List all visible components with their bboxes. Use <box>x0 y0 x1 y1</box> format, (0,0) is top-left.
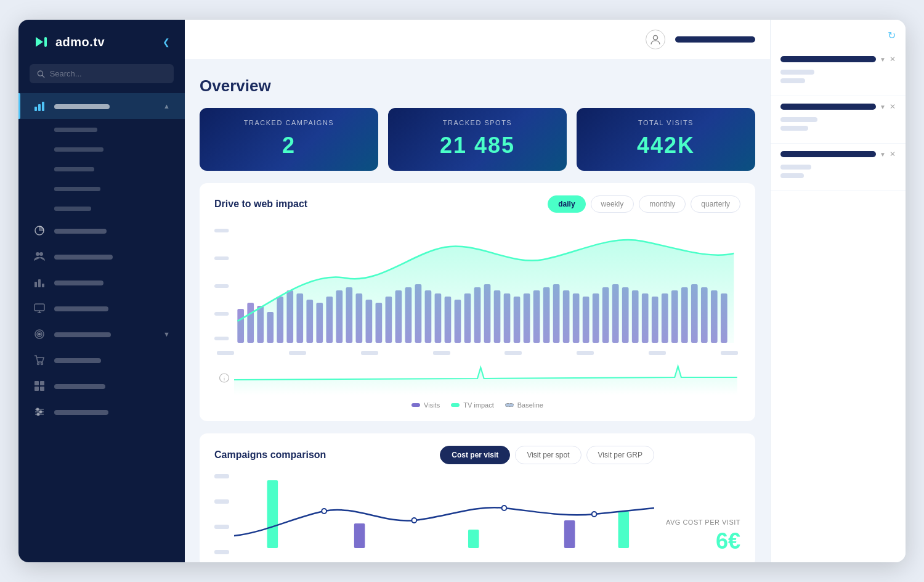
filter-close-3[interactable]: ✕ <box>890 150 896 158</box>
svg-point-18 <box>39 334 41 335</box>
filter-close-2[interactable]: ✕ <box>890 102 896 111</box>
legend-baseline: Baseline <box>505 401 543 409</box>
x-label-7 <box>649 351 666 355</box>
nav-label-bar-settings <box>54 410 108 415</box>
mini-chart-svg: i <box>214 361 740 395</box>
chart-bar-icon <box>33 100 46 112</box>
sub-menu <box>18 119 185 218</box>
nav-chevron-icon: ▲ <box>163 102 170 110</box>
kpi-label-spots: TRACKED SPOTS <box>443 119 512 126</box>
y-bar-2 <box>214 499 229 504</box>
filter-header-3: ▼ ✕ <box>780 150 896 158</box>
target-icon <box>33 328 46 340</box>
svg-text:i: i <box>224 375 225 382</box>
nav-label-bar-analytics <box>54 229 107 234</box>
svg-point-28 <box>36 408 39 411</box>
nav-label-target <box>54 330 155 339</box>
nav-label-bar-cart <box>54 358 101 363</box>
filter-chevron-1[interactable]: ▼ <box>880 56 886 63</box>
tab-monthly[interactable]: monthly <box>639 195 686 213</box>
logo-chevron-icon[interactable]: ❮ <box>163 37 170 47</box>
svg-rect-36 <box>214 337 229 340</box>
x-label-8 <box>721 351 738 355</box>
sub-item-2[interactable] <box>54 139 185 158</box>
filter-close-1[interactable]: ✕ <box>890 55 896 64</box>
legend-tv-impact-label: TV impact <box>463 401 494 409</box>
comparison-btn-group: Cost per visit Visit per spot Visit per … <box>440 446 654 464</box>
filter-sub-3a <box>780 165 811 170</box>
svg-rect-32 <box>214 229 229 232</box>
filter-header-1: ▼ ✕ <box>780 55 896 64</box>
tab-quarterly[interactable]: quarterly <box>691 195 740 213</box>
sidebar-item-dashboard[interactable]: ▲ <box>18 93 185 119</box>
svg-line-3 <box>43 75 44 77</box>
campaigns-comparison-title: Campaigns comparison <box>214 449 326 461</box>
filter-chevron-2[interactable]: ▼ <box>880 104 886 110</box>
search-input[interactable] <box>50 69 166 78</box>
user-avatar[interactable] <box>646 30 665 49</box>
campaigns-comparison-panel: Campaigns comparison Cost per visit Visi… <box>200 433 755 562</box>
svg-rect-24 <box>40 387 44 391</box>
sub-item-3[interactable] <box>54 158 185 178</box>
svg-rect-1 <box>44 37 47 47</box>
bar-chart-icon <box>33 276 46 289</box>
filter-sub-1b <box>780 78 805 83</box>
tab-daily[interactable]: daily <box>548 195 585 213</box>
btn-cost-per-visit[interactable]: Cost per visit <box>440 446 510 464</box>
sub-bar-2 <box>54 147 103 152</box>
svg-rect-22 <box>40 381 44 385</box>
svg-point-8 <box>36 252 39 256</box>
sidebar-item-audience[interactable] <box>18 244 185 269</box>
chart-header: Drive to web impact daily weekly monthly… <box>214 195 740 213</box>
main-chart-svg <box>214 223 740 346</box>
svg-point-29 <box>39 411 42 413</box>
y-bar-3 <box>214 525 229 529</box>
nav-label-bar-grid <box>54 384 105 389</box>
avg-cost-value: 6€ <box>716 528 740 554</box>
filter-group-3: ▼ ✕ <box>771 144 906 191</box>
sidebar-item-settings[interactable] <box>18 399 185 425</box>
sub-item-1[interactable] <box>54 119 185 139</box>
svg-rect-12 <box>42 284 44 287</box>
svg-rect-89 <box>267 480 278 548</box>
legend-tv-impact: TV impact <box>451 401 494 409</box>
kpi-card-spots: TRACKED SPOTS 21 485 <box>388 108 567 171</box>
svg-point-97 <box>592 512 597 517</box>
sidebar-item-analytics[interactable] <box>18 218 185 244</box>
search-bar[interactable] <box>30 64 174 83</box>
chart-legend: Visits TV impact Baseline <box>214 401 740 409</box>
nav-label-bar-target <box>54 332 111 337</box>
topbar-username <box>675 36 755 43</box>
tab-weekly[interactable]: weekly <box>591 195 634 213</box>
bottom-chart-container <box>214 474 654 554</box>
sub-item-4[interactable] <box>54 178 185 198</box>
kpi-value-spots: 21 485 <box>440 133 515 158</box>
filter-group-2: ▼ ✕ <box>771 96 906 144</box>
filter-title-1 <box>780 56 876 62</box>
svg-point-31 <box>654 36 658 40</box>
y-bar-1 <box>214 474 229 478</box>
x-label-4 <box>433 351 450 355</box>
sidebar-item-grid[interactable] <box>18 373 185 399</box>
sidebar-item-cart[interactable] <box>18 347 185 373</box>
btn-visit-per-spot[interactable]: Visit per spot <box>515 446 581 464</box>
refresh-icon[interactable]: ↻ <box>888 30 896 41</box>
x-label-5 <box>505 351 522 355</box>
sidebar-item-reports[interactable] <box>18 269 185 295</box>
btn-visit-per-grp[interactable]: Visit per GRP <box>586 446 654 464</box>
filter-title-3 <box>780 151 876 157</box>
cart-icon <box>33 354 46 366</box>
svg-point-94 <box>322 509 326 514</box>
filter-chevron-3[interactable]: ▼ <box>880 151 886 158</box>
sidebar-item-monitor[interactable] <box>18 295 185 321</box>
nav-label-analytics <box>54 226 170 236</box>
sidebar-item-target[interactable]: ▼ <box>18 321 185 347</box>
app-container: admo.tv ❮ <box>18 20 906 562</box>
time-tab-group: daily weekly monthly quarterly <box>548 195 740 213</box>
sub-item-5[interactable] <box>54 198 185 218</box>
main-area: Overview TRACKED CAMPAIGNS 2 TRACKED SPO… <box>185 20 770 562</box>
filter-sub-2a <box>780 117 817 122</box>
svg-rect-10 <box>34 282 37 287</box>
x-label-3 <box>361 351 378 355</box>
bottom-chart-area <box>234 474 654 554</box>
